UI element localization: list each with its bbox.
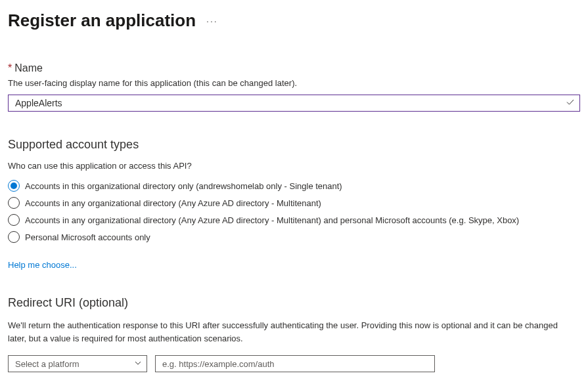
name-field-label: *Name xyxy=(8,62,580,74)
radio-label: Personal Microsoft accounts only xyxy=(25,232,150,242)
platform-select-placeholder: Select a platform xyxy=(15,359,79,369)
account-types-heading: Supported account types xyxy=(8,138,580,152)
redirect-uri-heading: Redirect URI (optional) xyxy=(8,296,580,310)
account-types-subtext: Who can use this application or access t… xyxy=(8,161,580,171)
account-type-option-personal-only[interactable]: Personal Microsoft accounts only xyxy=(8,231,580,243)
platform-select[interactable]: Select a platform xyxy=(8,355,147,372)
redirect-uri-description: We'll return the authentication response… xyxy=(8,319,566,345)
name-input[interactable] xyxy=(8,95,580,112)
required-asterisk: * xyxy=(8,62,12,74)
account-type-option-multitenant-personal[interactable]: Accounts in any organizational directory… xyxy=(8,214,580,226)
radio-label: Accounts in any organizational directory… xyxy=(25,198,321,208)
more-actions-icon[interactable]: ··· xyxy=(206,16,218,26)
radio-icon xyxy=(8,180,20,192)
radio-icon xyxy=(8,231,20,243)
radio-label: Accounts in this organizational director… xyxy=(25,181,342,191)
radio-icon xyxy=(8,197,20,209)
name-field-description: The user-facing display name for this ap… xyxy=(8,78,580,88)
radio-icon xyxy=(8,214,20,226)
radio-label: Accounts in any organizational directory… xyxy=(25,215,519,225)
account-type-option-multitenant[interactable]: Accounts in any organizational directory… xyxy=(8,197,580,209)
redirect-uri-input[interactable] xyxy=(155,355,435,372)
page-title: Register an application xyxy=(8,11,196,31)
help-me-choose-link[interactable]: Help me choose... xyxy=(8,260,77,270)
account-type-option-single-tenant[interactable]: Accounts in this organizational director… xyxy=(8,180,580,192)
